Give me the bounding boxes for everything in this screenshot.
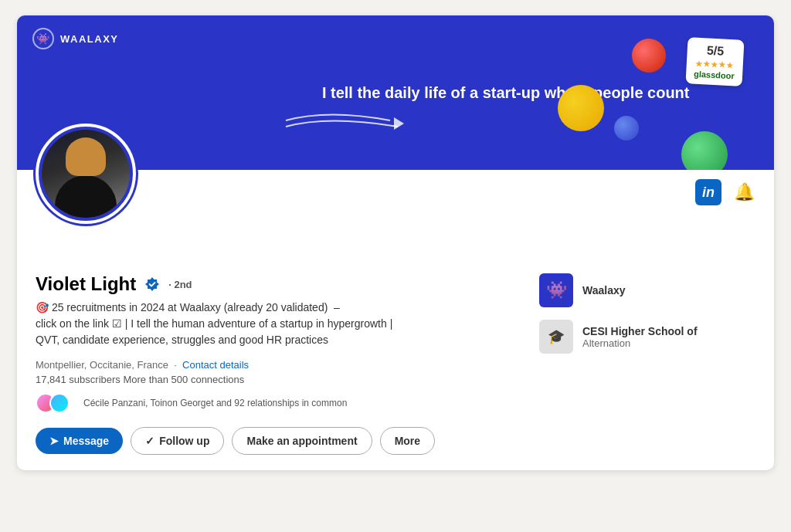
brand-name: WAALAXY (60, 33, 119, 45)
action-buttons: ➤ Message ✓ Follow up Make an appointmen… (36, 427, 508, 455)
brand-logo: 👾 WAALAXY (32, 28, 119, 49)
svg-marker-0 (394, 117, 404, 130)
waalaxy-name: Waalaxy (582, 284, 626, 296)
profile-headline: 🎯 25 recruitments in 2024 at Waalaxy (al… (36, 300, 484, 348)
waalaxy-logo: 👾 (539, 273, 573, 307)
degree-badge: · 2nd (168, 279, 192, 290)
glassdoor-label: glassdoor (694, 68, 735, 81)
banner-arrow-decoration (282, 105, 421, 136)
send-icon: ➤ (49, 435, 59, 447)
profile-section: in 🔔 Violet Light · 2nd (17, 170, 774, 470)
profile-location: Montpellier, Occitanie, France · Contact… (36, 359, 508, 371)
banner-tagline: I tell the daily life of a start-up wher… (322, 84, 690, 102)
mutual-avatars (36, 393, 70, 413)
bell-icon[interactable]: 🔔 (732, 181, 755, 204)
follow-up-button[interactable]: ✓ Follow up (131, 427, 224, 455)
alien-icon: 👾 (32, 28, 54, 49)
linkedin-icon[interactable]: in (695, 179, 721, 205)
banner: 👾 WAALAXY I tell the daily life of a sta… (17, 15, 774, 170)
cesi-info: CESI Higher School of Alternation (582, 325, 698, 349)
appointment-button[interactable]: Make an appointment (232, 427, 372, 455)
cesi-logo: 🎓 (539, 320, 573, 354)
mutual-text: Cécile Panzani, Toinon Georget and 92 re… (83, 398, 347, 408)
top-icons-row: in 🔔 (36, 170, 755, 212)
avatar (36, 124, 136, 224)
profile-body: Violet Light · 2nd 🎯 25 recruitments in … (36, 212, 755, 455)
profile-name: Violet Light (36, 273, 136, 295)
profile-right: 👾 Waalaxy 🎓 CESI Higher School of Altern… (539, 273, 755, 455)
name-row: Violet Light · 2nd (36, 273, 508, 295)
ball-red (632, 39, 666, 73)
profile-left: Violet Light · 2nd 🎯 25 recruitments in … (36, 273, 508, 455)
cesi-sub: Alternation (582, 337, 698, 349)
ball-blue (614, 116, 639, 141)
profile-stats: 17,841 subscribers More than 500 connect… (36, 374, 508, 385)
contact-details-link[interactable]: Contact details (182, 359, 249, 371)
company-cesi: 🎓 CESI Higher School of Alternation (539, 320, 755, 354)
avatar-person (42, 130, 130, 218)
profile-card: 👾 WAALAXY I tell the daily life of a sta… (17, 15, 774, 470)
waalaxy-info: Waalaxy (582, 284, 626, 296)
mutual-connections: Cécile Panzani, Toinon Georget and 92 re… (36, 393, 508, 413)
check-icon: ✓ (145, 435, 154, 447)
company-waalaxy: 👾 Waalaxy (539, 273, 755, 307)
glassdoor-badge: 5/5 ★★★★★ glassdoor (686, 37, 745, 86)
message-button[interactable]: ➤ Message (36, 428, 123, 454)
more-button[interactable]: More (380, 427, 435, 455)
glassdoor-score: 5/5 (707, 42, 725, 59)
avatar-hair (66, 137, 106, 176)
ball-green (681, 131, 728, 170)
cesi-name: CESI Higher School of (582, 325, 698, 337)
mutual-avatar-2 (49, 393, 70, 413)
ball-yellow (558, 85, 604, 131)
verified-icon (144, 276, 161, 293)
